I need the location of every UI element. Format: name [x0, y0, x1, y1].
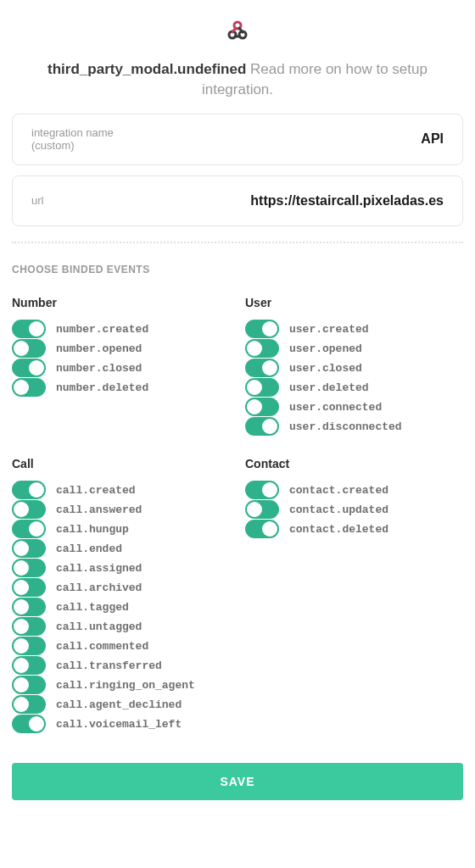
event-label: contact.deleted [289, 523, 388, 536]
event-toggle[interactable] [12, 378, 46, 397]
event-row: call.answered [12, 500, 230, 520]
event-toggle[interactable] [12, 676, 46, 694]
webhooks-icon [224, 17, 251, 44]
event-row: contact.updated [245, 500, 463, 520]
save-button[interactable]: SAVE [12, 763, 463, 800]
events-row-1: Numbernumber.creatednumber.openednumber.… [12, 296, 463, 437]
event-label: contact.updated [289, 504, 388, 516]
event-label: call.tagged [56, 601, 129, 614]
event-row: call.transferred [12, 656, 230, 676]
event-row: call.ended [12, 539, 230, 559]
event-label: call.transferred [56, 659, 162, 672]
event-label: user.closed [289, 362, 362, 375]
event-toggle[interactable] [12, 359, 46, 377]
event-row: number.deleted [12, 378, 230, 398]
event-label: contact.created [289, 484, 388, 497]
event-row: call.agent_declined [12, 695, 230, 715]
event-toggle[interactable] [245, 359, 279, 377]
event-row: user.closed [245, 359, 463, 378]
event-label: call.ended [56, 542, 122, 555]
integration-url-label: url [31, 194, 43, 208]
event-label: call.created [56, 484, 136, 497]
event-label: call.ringing_on_agent [56, 679, 195, 692]
event-toggle[interactable] [12, 695, 46, 714]
event-row: number.closed [12, 359, 230, 378]
event-row: user.created [245, 320, 463, 339]
event-label: call.archived [56, 581, 142, 594]
integration-name-value: API [421, 131, 444, 147]
event-row: contact.deleted [245, 520, 463, 539]
event-row: call.voicemail_left [12, 715, 230, 734]
event-row: contact.created [245, 481, 463, 500]
event-toggle[interactable] [12, 637, 46, 655]
event-label: user.opened [289, 342, 362, 355]
event-row: user.deleted [245, 378, 463, 398]
event-toggle[interactable] [245, 481, 279, 499]
group-contact: Contactcontact.createdcontact.updatedcon… [245, 457, 463, 734]
event-row: call.archived [12, 578, 230, 598]
integration-url-value: https://testaircall.pixeladas.es [250, 193, 444, 209]
event-toggle[interactable] [12, 598, 46, 616]
integration-name-label: integration name (custom) [31, 126, 114, 153]
event-label: call.hungup [56, 523, 129, 536]
event-toggle[interactable] [245, 520, 279, 538]
event-toggle[interactable] [12, 320, 46, 338]
event-toggle[interactable] [12, 339, 46, 358]
event-row: user.connected [245, 398, 463, 417]
event-label: number.created [56, 323, 148, 336]
event-label: call.voicemail_left [56, 718, 182, 731]
event-row: call.commented [12, 637, 230, 656]
event-row: call.tagged [12, 598, 230, 617]
events-row-2: Callcall.createdcall.answeredcall.hungup… [12, 457, 463, 734]
group-title: Call [12, 457, 230, 470]
event-toggle[interactable] [12, 539, 46, 558]
event-toggle[interactable] [245, 378, 279, 397]
event-label: call.commented [56, 640, 148, 653]
event-row: call.ringing_on_agent [12, 676, 230, 695]
event-label: user.deleted [289, 381, 369, 394]
event-label: call.assigned [56, 562, 142, 575]
event-toggle[interactable] [12, 715, 46, 733]
event-toggle[interactable] [12, 500, 46, 519]
event-label: call.agent_declined [56, 698, 182, 711]
event-toggle[interactable] [245, 417, 279, 436]
modal-title: third_party_modal.undefined [48, 61, 246, 77]
event-row: number.created [12, 320, 230, 339]
event-toggle[interactable] [12, 656, 46, 675]
event-toggle[interactable] [12, 520, 46, 538]
event-label: number.opened [56, 342, 142, 355]
event-label: call.answered [56, 504, 142, 516]
event-toggle[interactable] [12, 559, 46, 577]
group-call: Callcall.createdcall.answeredcall.hungup… [12, 457, 230, 734]
event-label: number.deleted [56, 381, 148, 394]
integration-url-field[interactable]: url https://testaircall.pixeladas.es [12, 175, 463, 226]
divider [12, 242, 463, 243]
modal-header: third_party_modal.undefined Read more on… [12, 59, 463, 114]
event-row: call.untagged [12, 617, 230, 637]
logo-area [12, 10, 463, 59]
event-label: user.created [289, 323, 369, 336]
group-number: Numbernumber.creatednumber.openednumber.… [12, 296, 230, 437]
event-row: call.created [12, 481, 230, 500]
events-section-label: CHOOSE BINDED EVENTS [12, 264, 463, 275]
event-row: number.opened [12, 339, 230, 359]
event-toggle[interactable] [245, 500, 279, 519]
integration-name-field[interactable]: integration name (custom) API [12, 114, 463, 165]
event-label: number.closed [56, 362, 142, 375]
event-label: user.disconnected [289, 420, 402, 433]
group-user: Useruser.createduser.openeduser.closedus… [245, 296, 463, 437]
group-title: Contact [245, 457, 463, 470]
event-toggle[interactable] [245, 398, 279, 416]
event-toggle[interactable] [12, 578, 46, 597]
event-row: call.assigned [12, 559, 230, 578]
event-label: user.connected [289, 401, 382, 414]
event-row: user.opened [245, 339, 463, 359]
event-toggle[interactable] [245, 339, 279, 358]
group-title: Number [12, 296, 230, 309]
group-title: User [245, 296, 463, 309]
event-toggle[interactable] [245, 320, 279, 338]
event-row: user.disconnected [245, 417, 463, 437]
event-toggle[interactable] [12, 481, 46, 499]
event-toggle[interactable] [12, 617, 46, 636]
event-row: call.hungup [12, 520, 230, 539]
